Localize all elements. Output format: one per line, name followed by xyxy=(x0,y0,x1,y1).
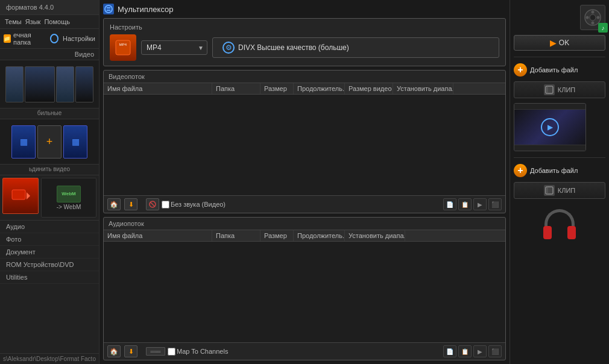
film-strip-top xyxy=(514,104,585,110)
audio-btn-2[interactable]: 📋 xyxy=(458,345,472,357)
svg-marker-1 xyxy=(27,192,30,199)
film-strip-bottom xyxy=(514,145,585,151)
video-table-body xyxy=(104,95,505,195)
svg-point-2 xyxy=(105,5,112,13)
folder-row[interactable]: 📁 ечная папка Настройки xyxy=(0,29,99,49)
map-channels-checkbox[interactable] xyxy=(168,348,175,356)
webm-area: WebM -> WebM xyxy=(0,175,99,221)
audio-home-btn[interactable]: 🏠 xyxy=(107,345,121,357)
audio-col-size: Размер xyxy=(260,230,294,241)
audio-btn-3[interactable]: ▶ xyxy=(473,345,487,357)
ok-button[interactable]: ▶ OK xyxy=(514,35,605,51)
audio-table-body xyxy=(104,242,505,342)
audio-down-btn[interactable]: ⬇ xyxy=(124,345,137,357)
sidebar-utilities[interactable]: Utilities xyxy=(0,271,99,284)
thumb-4 xyxy=(75,66,93,102)
setup-row: MP4 MP4 ▼ ⚙ DIVX Высшее качество (больше… xyxy=(110,34,499,61)
add-file-video-label: Добавить файл xyxy=(530,66,578,74)
video-down-btn[interactable]: ⬇ xyxy=(124,198,137,210)
mute-icon-btn[interactable] xyxy=(146,198,159,210)
clip-audio-icon xyxy=(544,185,555,196)
svg-point-10 xyxy=(590,14,596,20)
audio-toolbar: 🏠 ⬇ ═══ Map To Channels 📄 📋 ▶ ⬛ xyxy=(104,342,505,360)
headphones-arc xyxy=(544,209,575,227)
webm-icon-right: WebM -> WebM xyxy=(41,178,96,218)
format-select[interactable]: MP4 xyxy=(141,40,207,55)
divx-preset-button[interactable]: ⚙ DIVX Высшее качество (больше) xyxy=(212,37,499,58)
divider-1 xyxy=(514,57,605,57)
menu-themes[interactable]: Темы xyxy=(5,18,22,25)
clip-video-label: КЛИП xyxy=(558,86,575,93)
channel-icon-btn[interactable]: ═══ xyxy=(146,347,165,356)
setup-title: Настроить xyxy=(110,24,499,31)
app-title: форматов 4.4.0 xyxy=(0,0,99,15)
video-home-btn[interactable]: 🏠 xyxy=(107,198,121,210)
svg-rect-17 xyxy=(546,187,553,194)
svg-point-12 xyxy=(592,22,595,25)
center-panel: Мультиплексор Настроить MP4 MP4 ▼ xyxy=(99,0,510,364)
format-select-wrapper[interactable]: MP4 ▼ xyxy=(141,40,207,55)
video-col-range: Установить диапа... xyxy=(393,83,453,94)
right-top-icons: ♪ xyxy=(514,5,605,30)
sidebar-doc[interactable]: Документ xyxy=(0,246,99,259)
no-sound-label: Без звука (Видео) xyxy=(171,201,226,208)
svg-rect-3 xyxy=(107,7,110,8)
audio-col-range: Установить диапа... xyxy=(345,230,405,241)
mux-header: Мультиплексор xyxy=(103,4,506,14)
video-col-folder: Папка xyxy=(212,83,260,94)
thumb-3 xyxy=(56,66,74,102)
preview-play-icon: ▶ xyxy=(541,118,559,136)
svg-point-14 xyxy=(597,16,600,19)
settings-label[interactable]: Настройки xyxy=(63,35,95,42)
divx-preset-label: DIVX Высшее качество (больше) xyxy=(238,43,349,52)
audio-btn-4[interactable]: ⬛ xyxy=(488,345,502,357)
add-file-audio-button[interactable]: + Добавить файл xyxy=(514,164,605,177)
combine-plus: + xyxy=(37,125,62,158)
video-btn-4[interactable]: ⬛ xyxy=(488,198,502,210)
plus-icon-audio: + xyxy=(514,164,527,177)
video-col-vidsize: Размер видео xyxy=(345,83,393,94)
headphones-icon xyxy=(538,206,581,242)
video-btn-2[interactable]: 📋 xyxy=(458,198,472,210)
webm-icon-left xyxy=(2,178,39,214)
mute-area: Без звука (Видео) xyxy=(146,198,226,210)
audio-btn-1[interactable]: 📄 xyxy=(443,345,456,357)
gear-icon: ⚙ xyxy=(222,42,235,54)
settings-icon xyxy=(50,34,58,43)
headphones-area xyxy=(514,206,605,242)
audio-stream-title: Аудиопоток xyxy=(104,218,505,230)
video-section-label: Видео xyxy=(0,49,99,60)
sidebar-rom[interactable]: ROM Устройство\DVD xyxy=(0,259,99,271)
svg-rect-0 xyxy=(12,190,25,199)
menu-help[interactable]: Помощь xyxy=(44,18,70,25)
video-btn-3[interactable]: ▶ xyxy=(473,198,487,210)
plus-icon-video: + xyxy=(514,63,527,77)
video-stream-section: Видеопоток Имя файла Папка Размер Продол… xyxy=(103,70,506,213)
sidebar-photo[interactable]: Фото xyxy=(0,233,99,246)
no-sound-checkbox[interactable] xyxy=(162,201,169,209)
clip-video-button[interactable]: КЛИП xyxy=(514,81,605,98)
sidebar-audio[interactable]: Аудио xyxy=(0,221,99,233)
audio-col-filename: Имя файла xyxy=(104,230,212,241)
svg-text:MP4: MP4 xyxy=(119,43,127,46)
headphones-ear-right xyxy=(567,226,576,239)
combine-block-1: ▦ xyxy=(11,125,36,158)
headphones-ear-left xyxy=(543,226,552,239)
combine-block-2: ▦ xyxy=(63,125,87,158)
status-bar: s\Aleksandr\Desktop\Format Facto xyxy=(0,353,99,364)
video-preview-thumbnail: ▶ xyxy=(514,103,586,151)
webm-label: -> WebM xyxy=(57,204,81,210)
video-toolbar: 🏠 ⬇ Без звука (Видео) 📄 📋 ▶ ⬛ xyxy=(104,195,505,213)
clip-audio-label: КЛИП xyxy=(558,187,575,194)
video-btn-1[interactable]: 📄 xyxy=(443,198,456,210)
map-channels-label: Map To Channels xyxy=(177,348,228,355)
clip-audio-button[interactable]: КЛИП xyxy=(514,182,605,199)
ok-arrow-icon: ▶ xyxy=(550,38,557,48)
video-col-duration: Продолжитель... xyxy=(294,83,345,94)
video-stream-title: Видеопоток xyxy=(104,71,505,83)
add-file-video-button[interactable]: + Добавить файл xyxy=(514,63,605,77)
svg-point-11 xyxy=(592,11,595,14)
thumb-strip xyxy=(5,66,93,102)
menu-language[interactable]: Язык xyxy=(25,18,41,25)
ok-label: OK xyxy=(559,39,569,47)
